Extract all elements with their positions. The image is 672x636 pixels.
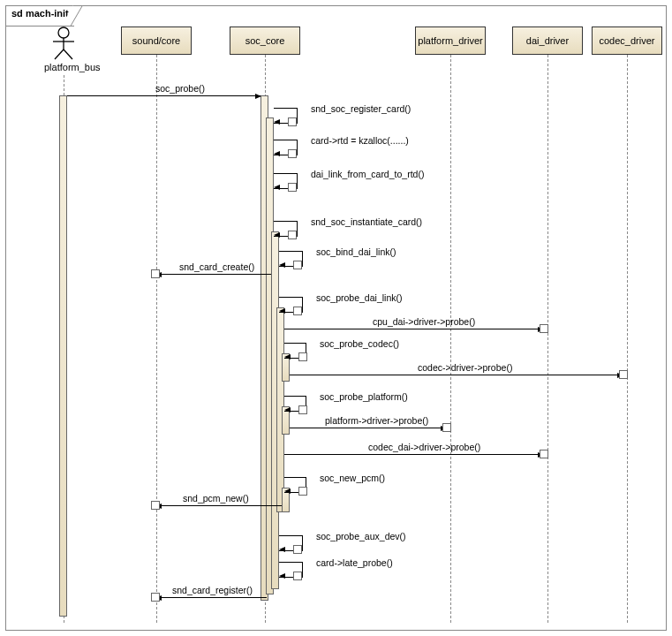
msg-label: codec->driver->probe() xyxy=(418,362,512,373)
sequence-diagram: sd mach-init platform_bus sound/core soc… xyxy=(0,0,672,636)
lifeline-sound-core: sound/core xyxy=(121,26,192,55)
svg-point-0 xyxy=(58,27,69,38)
actor-label: platform_bus xyxy=(44,62,83,72)
msg-label: soc_probe_platform() xyxy=(320,391,408,402)
svg-line-4 xyxy=(64,49,72,59)
msg-label: snd_soc_instantiate_card() xyxy=(311,216,422,227)
lifeline-dash xyxy=(627,55,628,623)
activation-platform-bus xyxy=(59,95,67,617)
lifeline-dai-driver: dai_driver xyxy=(512,26,583,55)
lifeline-soc-core: soc_core xyxy=(230,26,300,55)
lifeline-platform-driver: platform_driver xyxy=(415,26,486,55)
frame-label: sd mach-init xyxy=(5,5,74,26)
lifeline-dash xyxy=(450,55,451,623)
msg-label: snd_pcm_new() xyxy=(183,493,249,504)
msg-label: soc_probe() xyxy=(155,83,205,94)
svg-line-3 xyxy=(55,49,64,59)
msg-label: snd_card_create() xyxy=(179,261,254,272)
lifeline-label: codec_driver xyxy=(600,35,655,46)
msg-label: soc_probe_aux_dev() xyxy=(316,531,406,541)
msg-label: cpu_dai->driver->probe() xyxy=(373,316,475,327)
lifeline-dash xyxy=(156,55,157,623)
frame-label-text: sd mach-init xyxy=(11,8,69,19)
msg-label: platform->driver->probe() xyxy=(325,415,428,426)
lifeline-codec-driver: codec_driver xyxy=(592,26,662,55)
msg-label: soc_probe_dai_link() xyxy=(316,292,402,303)
msg-label: soc_bind_dai_link() xyxy=(316,246,396,257)
msg-label: dai_link_from_card_to_rtd() xyxy=(311,169,424,179)
msg-label: codec_dai->driver->probe() xyxy=(368,442,480,452)
msg-label: snd_card_register() xyxy=(172,585,253,595)
lifeline-label: dai_driver xyxy=(526,35,569,46)
actor-platform-bus: platform_bus xyxy=(44,26,83,72)
actor-icon xyxy=(51,26,76,60)
msg-label: soc_new_pcm() xyxy=(320,473,385,483)
lifeline-label: soc_core xyxy=(245,35,285,46)
lifeline-dash xyxy=(547,55,548,623)
msg-label: soc_probe_codec() xyxy=(320,338,399,349)
lifeline-label: sound/core xyxy=(132,35,180,46)
lifeline-label: platform_driver xyxy=(418,35,482,46)
msg-label: card->rtd = kzalloc(......) xyxy=(311,135,409,146)
msg-label: card->late_probe() xyxy=(316,557,393,568)
msg-label: snd_soc_register_card() xyxy=(311,103,411,114)
